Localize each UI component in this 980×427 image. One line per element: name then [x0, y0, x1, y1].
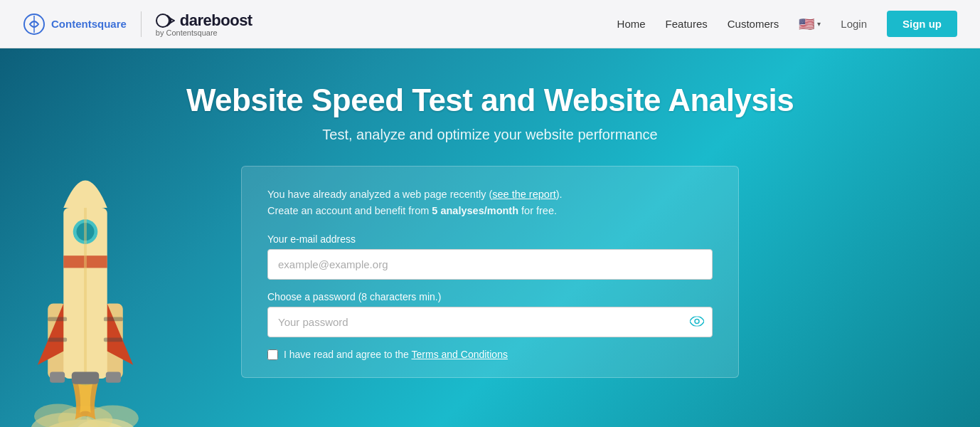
terms-prefix: I have read and agree to the [284, 349, 412, 360]
svg-rect-15 [84, 208, 87, 379]
terms-label: I have read and agree to the Terms and C… [284, 349, 508, 360]
hero-section: Website Speed Test and Website Analysis … [0, 48, 980, 427]
site-header: Contentsquare dareboost by Contentsquare… [0, 0, 980, 48]
hero-subtitle: Test, analyze and optimize your website … [322, 127, 657, 143]
svg-rect-20 [48, 337, 67, 342]
svg-rect-18 [72, 371, 99, 384]
svg-point-23 [695, 319, 699, 323]
card-notice: You have already analyzed a web page rec… [267, 186, 713, 219]
notice-text-after: ). [556, 189, 563, 200]
dareboost-name: dareboost [180, 11, 252, 30]
svg-rect-16 [50, 371, 65, 382]
email-input[interactable] [267, 249, 713, 280]
language-selector[interactable]: 🇺🇸 ▾ [799, 16, 821, 32]
notice-line2-suffix: for free. [518, 205, 557, 216]
nav-customers[interactable]: Customers [728, 18, 779, 30]
terms-link[interactable]: Terms and Conditions [412, 349, 508, 360]
dareboost-logo: dareboost by Contentsquare [156, 11, 252, 37]
main-nav: Home Features Customers 🇺🇸 ▾ Login Sign … [617, 11, 957, 37]
flag-icon: 🇺🇸 [799, 16, 814, 32]
chevron-down-icon: ▾ [817, 20, 821, 28]
email-label: Your e-mail address [267, 233, 713, 245]
svg-rect-22 [104, 337, 123, 342]
svg-rect-21 [104, 317, 123, 322]
contentsquare-icon [23, 13, 46, 36]
svg-rect-19 [48, 317, 67, 322]
password-wrapper [267, 307, 713, 337]
notice-text-before: You have already analyzed a web page rec… [267, 189, 492, 200]
contentsquare-logo[interactable]: Contentsquare [23, 13, 127, 36]
analyses-bold: 5 analyses/month [432, 205, 518, 216]
notice-line2-prefix: Create an account and benefit from [267, 205, 432, 216]
see-report-link[interactable]: see the report [492, 189, 555, 200]
nav-home[interactable]: Home [617, 18, 646, 30]
dareboost-sub: by Contentsquare [156, 28, 218, 37]
hero-title: Website Speed Test and Website Analysis [186, 83, 794, 118]
svg-rect-17 [106, 371, 121, 382]
password-label: Choose a password (8 characters min.) [267, 291, 713, 302]
rocket-illustration [0, 105, 171, 427]
contentsquare-label: Contentsquare [51, 18, 127, 30]
eye-icon[interactable] [690, 315, 704, 330]
terms-row: I have read and agree to the Terms and C… [267, 349, 713, 360]
terms-checkbox[interactable] [267, 349, 278, 360]
nav-features[interactable]: Features [666, 18, 708, 30]
logo-area: Contentsquare dareboost by Contentsquare [23, 11, 252, 37]
signup-button[interactable]: Sign up [887, 11, 957, 37]
nav-login[interactable]: Login [841, 18, 867, 30]
dareboost-brand: dareboost [156, 11, 252, 30]
header-divider [141, 11, 142, 37]
password-input[interactable] [267, 307, 713, 337]
rocket-svg [0, 105, 171, 427]
signup-card: You have already analyzed a web page rec… [241, 166, 739, 378]
dareboost-icon [156, 13, 176, 28]
